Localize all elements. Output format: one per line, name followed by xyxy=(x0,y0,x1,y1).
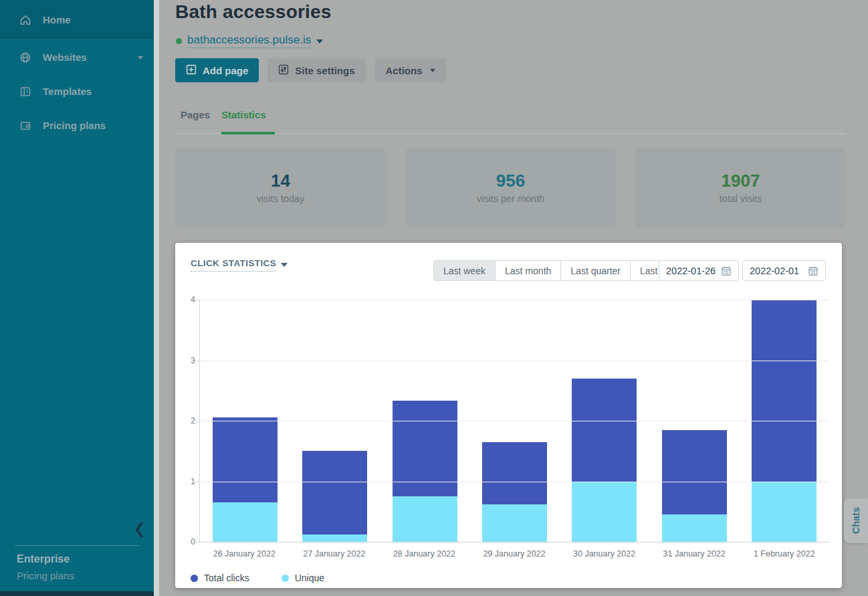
y-axis-label: 2 xyxy=(191,416,195,425)
x-axis-label: 29 January 2022 xyxy=(469,549,560,559)
actions-button[interactable]: Actions xyxy=(375,58,446,82)
actions-label: Actions xyxy=(386,65,423,76)
action-buttons-row: Add page Site settings Actions xyxy=(175,58,446,82)
unique-clicks-segment xyxy=(662,514,727,542)
chevron-down-icon xyxy=(430,69,435,72)
unique-clicks-segment xyxy=(393,496,457,542)
y-axis-label: 0 xyxy=(191,537,195,547)
stat-value: 1907 xyxy=(722,171,760,191)
bar-chart-plot-area xyxy=(199,300,829,542)
range-last-month-button[interactable]: Last month xyxy=(495,261,560,280)
unique-clicks-segment xyxy=(213,502,278,542)
tab-bar-divider xyxy=(175,133,845,134)
click-statistics-panel: CLICK STATISTICS Last week Last month La… xyxy=(175,243,842,588)
sidebar-item-websites[interactable]: Websites xyxy=(0,40,154,74)
site-link-row: bathaccessories.pulse.is xyxy=(176,33,323,48)
y-axis-labels: 01234 xyxy=(175,300,195,542)
axis-tick xyxy=(195,300,199,300)
date-from-value: 2022-01-26 xyxy=(666,266,716,276)
add-page-label: Add page xyxy=(203,65,248,76)
y-axis-label: 4 xyxy=(191,295,195,304)
x-axis-label: 26 January 2022 xyxy=(199,549,290,559)
legend-item: Unique xyxy=(282,573,324,583)
date-range-button-group: Last week Last month Last quarter Last y… xyxy=(433,260,689,281)
active-tab-underline xyxy=(221,132,275,134)
stat-label: total visits xyxy=(720,193,762,204)
sidebar-divider xyxy=(15,545,139,546)
add-page-button[interactable]: Add page xyxy=(175,58,259,82)
x-axis-label: 27 January 2022 xyxy=(290,549,380,559)
legend-swatch xyxy=(191,575,198,582)
legend-swatch xyxy=(282,575,289,582)
chevron-down-icon xyxy=(316,39,323,43)
stat-label: visits today xyxy=(257,193,305,204)
stat-card-visits-today: 14 visits today xyxy=(175,147,386,227)
date-to-input[interactable]: 2022-02-01 xyxy=(742,260,826,281)
chevron-down-icon xyxy=(138,56,143,60)
gridline xyxy=(199,421,829,421)
sidebar: Home Websites Templates Pricing plans ❮ … xyxy=(0,0,154,596)
legend-item: Total clicks xyxy=(191,573,249,583)
stat-value: 956 xyxy=(496,171,525,191)
templates-icon xyxy=(19,86,31,98)
sidebar-item-pricing-plans[interactable]: Pricing plans xyxy=(0,108,154,142)
x-axis-label: 1 February 2022 xyxy=(739,549,829,559)
date-from-input[interactable]: 2022-01-26 xyxy=(659,260,739,281)
sidebar-item-label: Templates xyxy=(43,86,92,97)
range-last-week-button[interactable]: Last week xyxy=(434,261,495,280)
site-status-dot xyxy=(176,38,182,44)
plan-name: Enterprise xyxy=(17,553,70,565)
sidebar-item-templates[interactable]: Templates xyxy=(0,74,154,108)
stat-card-visits-per-month: 956 visits per month xyxy=(405,147,616,227)
content-left-strip xyxy=(154,0,159,596)
site-settings-button[interactable]: Site settings xyxy=(267,58,365,82)
stat-value: 14 xyxy=(271,171,290,191)
tab-statistics[interactable]: Statistics xyxy=(221,109,266,120)
stat-label: visits per month xyxy=(477,193,545,204)
x-axis-label: 31 January 2022 xyxy=(649,549,740,559)
click-statistics-dropdown[interactable]: CLICK STATISTICS xyxy=(191,258,288,272)
wallet-icon xyxy=(19,120,31,132)
plus-square-icon xyxy=(186,64,197,77)
sidebar-bottom-strip xyxy=(0,591,154,596)
gridline xyxy=(199,482,829,482)
unique-clicks-segment xyxy=(482,504,547,542)
site-settings-label: Site settings xyxy=(295,65,354,76)
site-domain-link[interactable]: bathaccessories.pulse.is xyxy=(187,33,311,48)
plan-pricing-link[interactable]: Pricing plans xyxy=(17,570,74,581)
sidebar-item-home[interactable]: Home xyxy=(0,0,154,40)
y-axis-label: 3 xyxy=(191,356,195,365)
home-icon xyxy=(19,14,31,26)
unique-clicks-segment xyxy=(572,482,637,542)
x-axis-labels: 26 January 202227 January 202228 January… xyxy=(199,549,829,559)
unique-clicks-segment xyxy=(302,534,367,542)
x-axis-label: 30 January 2022 xyxy=(559,549,649,559)
calendar-icon xyxy=(721,266,732,276)
y-axis-label: 1 xyxy=(191,477,195,486)
axis-tick xyxy=(195,542,199,542)
calendar-icon xyxy=(808,266,819,276)
sidebar-item-label: Pricing plans xyxy=(43,120,106,131)
chats-tab-label: Chats xyxy=(851,507,861,534)
range-last-quarter-button[interactable]: Last quarter xyxy=(560,261,630,280)
sidebar-collapse-button[interactable]: ❮ xyxy=(134,522,146,536)
tab-pages[interactable]: Pages xyxy=(181,109,210,120)
legend-label: Total clicks xyxy=(204,573,249,583)
total-clicks-bar xyxy=(302,451,367,542)
axis-tick xyxy=(195,482,199,482)
x-axis-label: 28 January 2022 xyxy=(379,549,469,559)
sidebar-nav: Home Websites Templates Pricing plans xyxy=(0,0,154,142)
axis-tick xyxy=(195,421,199,421)
chats-side-tab[interactable]: Chats xyxy=(844,498,868,543)
gridline xyxy=(199,361,829,361)
click-statistics-title: CLICK STATISTICS xyxy=(191,258,276,272)
total-clicks-bar xyxy=(213,417,278,542)
main-content: Bath accessories bathaccessories.pulse.i… xyxy=(154,0,868,596)
chevron-down-icon xyxy=(281,263,288,267)
gridline xyxy=(199,300,829,300)
sidebar-item-label: Home xyxy=(43,14,71,25)
date-to-value: 2022-02-01 xyxy=(750,266,799,276)
legend-label: Unique xyxy=(295,573,324,583)
unique-clicks-segment xyxy=(752,482,817,542)
globe-icon xyxy=(19,52,31,64)
